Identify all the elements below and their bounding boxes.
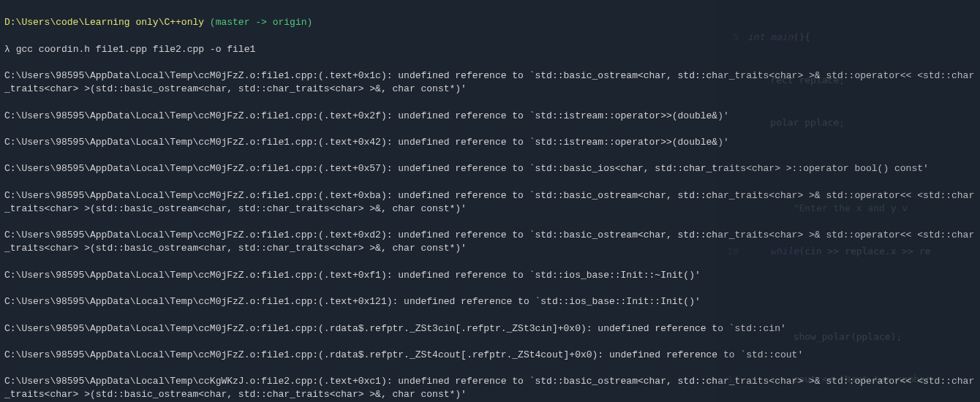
error-line: C:\Users\98595\AppData\Local\Temp\ccM0jF… [4, 69, 976, 96]
terminal-output[interactable]: D:\Users\code\Learning only\C++only (mas… [0, 0, 980, 402]
error-line: C:\Users\98595\AppData\Local\Temp\ccM0jF… [4, 269, 976, 282]
error-line: C:\Users\98595\AppData\Local\Temp\ccM0jF… [4, 110, 976, 123]
error-line: C:\Users\98595\AppData\Local\Temp\ccM0jF… [4, 229, 976, 255]
error-line: C:\Users\98595\AppData\Local\Temp\ccM0jF… [4, 349, 976, 362]
error-line: C:\Users\98595\AppData\Local\Temp\ccM0jF… [4, 295, 976, 308]
error-line: C:\Users\98595\AppData\Local\Temp\ccKgWK… [4, 375, 976, 401]
error-line: C:\Users\98595\AppData\Local\Temp\ccM0jF… [4, 136, 976, 149]
prompt-line: D:\Users\code\Learning only\C++only (mas… [4, 16, 976, 29]
prompt-symbol: λ [4, 44, 10, 55]
command-line: λ gcc coordin.h file1.cpp file2.cpp -o f… [4, 43, 976, 56]
current-path: D:\Users\code\Learning only\C++only [4, 17, 204, 28]
git-branch: (master -> origin) [210, 17, 312, 28]
error-line: C:\Users\98595\AppData\Local\Temp\ccM0jF… [4, 189, 976, 216]
error-line: C:\Users\98595\AppData\Local\Temp\ccM0jF… [4, 162, 976, 175]
error-line: C:\Users\98595\AppData\Local\Temp\ccM0jF… [4, 322, 976, 335]
command-text: gcc coordin.h file1.cpp file2.cpp -o fil… [16, 44, 256, 55]
